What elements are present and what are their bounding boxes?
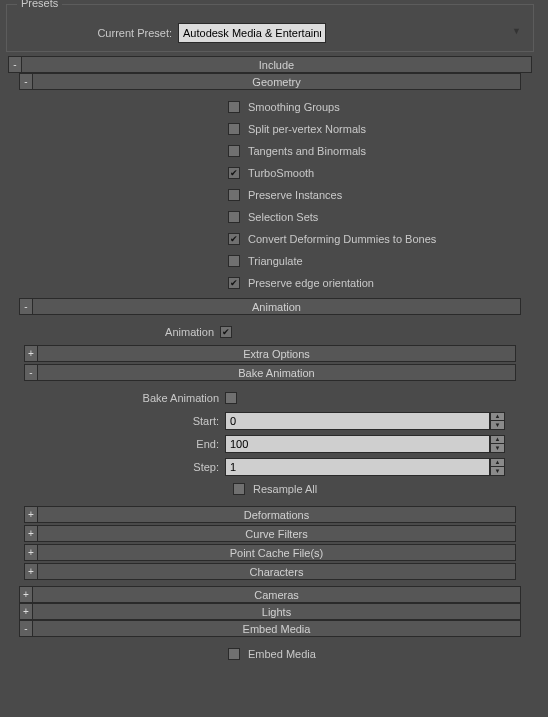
preserve-instances-checkbox[interactable] [228, 189, 240, 201]
curve-filters-title[interactable]: Curve Filters [37, 525, 516, 542]
animation-enable-checkbox[interactable] [220, 326, 232, 338]
triangulate-label: Triangulate [240, 255, 303, 267]
smoothing-groups-checkbox[interactable] [228, 101, 240, 113]
lights-title[interactable]: Lights [32, 603, 521, 620]
curve-filters-expand-toggle[interactable]: + [24, 525, 37, 542]
include-title[interactable]: Include [21, 56, 532, 73]
point-cache-expand-toggle[interactable]: + [24, 544, 37, 561]
animation-title[interactable]: Animation [32, 298, 521, 315]
resample-all-label: Resample All [245, 483, 317, 495]
lights-expand-toggle[interactable]: + [19, 603, 32, 620]
embed-media-option-label: Embed Media [240, 648, 316, 660]
deformations-title[interactable]: Deformations [37, 506, 516, 523]
animation-enable-label: Animation [20, 326, 220, 338]
embed-media-checkbox[interactable] [228, 648, 240, 660]
geometry-title[interactable]: Geometry [32, 73, 521, 90]
current-preset-label: Current Preset: [11, 27, 178, 39]
geometry-group: - Geometry Smoothing Groups Split per-ve… [19, 73, 521, 298]
bake-enable-checkbox[interactable] [225, 392, 237, 404]
bake-enable-label: Bake Animation [25, 392, 225, 404]
turbosmooth-checkbox[interactable] [228, 167, 240, 179]
bake-start-up[interactable]: ▲ [490, 412, 505, 421]
embed-media-group: - Embed Media Embed Media [19, 620, 521, 669]
bake-end-input[interactable] [225, 435, 490, 453]
preserve-edge-label: Preserve edge orientation [240, 277, 374, 289]
point-cache-title[interactable]: Point Cache File(s) [37, 544, 516, 561]
bake-start-input[interactable] [225, 412, 490, 430]
preserve-edge-checkbox[interactable] [228, 277, 240, 289]
bake-animation-collapse-toggle[interactable]: - [24, 364, 37, 381]
animation-group: - Animation Animation + Extra Options [19, 298, 521, 586]
resample-all-checkbox[interactable] [233, 483, 245, 495]
convert-dummies-checkbox[interactable] [228, 233, 240, 245]
split-normals-label: Split per-vertex Normals [240, 123, 366, 135]
bake-start-label: Start: [25, 415, 225, 427]
selection-sets-checkbox[interactable] [228, 211, 240, 223]
triangulate-checkbox[interactable] [228, 255, 240, 267]
deformations-expand-toggle[interactable]: + [24, 506, 37, 523]
bake-step-label: Step: [25, 461, 225, 473]
bake-step-input[interactable] [225, 458, 490, 476]
include-group: - Include - Geometry Smoothing Groups Sp… [8, 56, 532, 669]
tangents-binormals-checkbox[interactable] [228, 145, 240, 157]
bake-animation-title[interactable]: Bake Animation [37, 364, 516, 381]
convert-dummies-label: Convert Deforming Dummies to Bones [240, 233, 436, 245]
presets-legend: Presets [17, 0, 62, 9]
presets-fieldset: Presets Current Preset: [6, 4, 534, 52]
selection-sets-label: Selection Sets [240, 211, 318, 223]
geometry-collapse-toggle[interactable]: - [19, 73, 32, 90]
animation-collapse-toggle[interactable]: - [19, 298, 32, 315]
bake-end-label: End: [25, 438, 225, 450]
characters-title[interactable]: Characters [37, 563, 516, 580]
extra-options-title[interactable]: Extra Options [37, 345, 516, 362]
bake-start-down[interactable]: ▼ [490, 421, 505, 430]
turbosmooth-label: TurboSmooth [240, 167, 314, 179]
smoothing-groups-label: Smoothing Groups [240, 101, 340, 113]
characters-expand-toggle[interactable]: + [24, 563, 37, 580]
cameras-expand-toggle[interactable]: + [19, 586, 32, 603]
bake-end-down[interactable]: ▼ [490, 444, 505, 453]
bake-step-down[interactable]: ▼ [490, 467, 505, 476]
embed-media-title[interactable]: Embed Media [32, 620, 521, 637]
current-preset-dropdown[interactable] [178, 23, 326, 43]
embed-media-collapse-toggle[interactable]: - [19, 620, 32, 637]
extra-options-expand-toggle[interactable]: + [24, 345, 37, 362]
bake-step-up[interactable]: ▲ [490, 458, 505, 467]
cameras-title[interactable]: Cameras [32, 586, 521, 603]
split-normals-checkbox[interactable] [228, 123, 240, 135]
tangents-binormals-label: Tangents and Binormals [240, 145, 366, 157]
include-collapse-toggle[interactable]: - [8, 56, 21, 73]
bake-end-up[interactable]: ▲ [490, 435, 505, 444]
preserve-instances-label: Preserve Instances [240, 189, 342, 201]
